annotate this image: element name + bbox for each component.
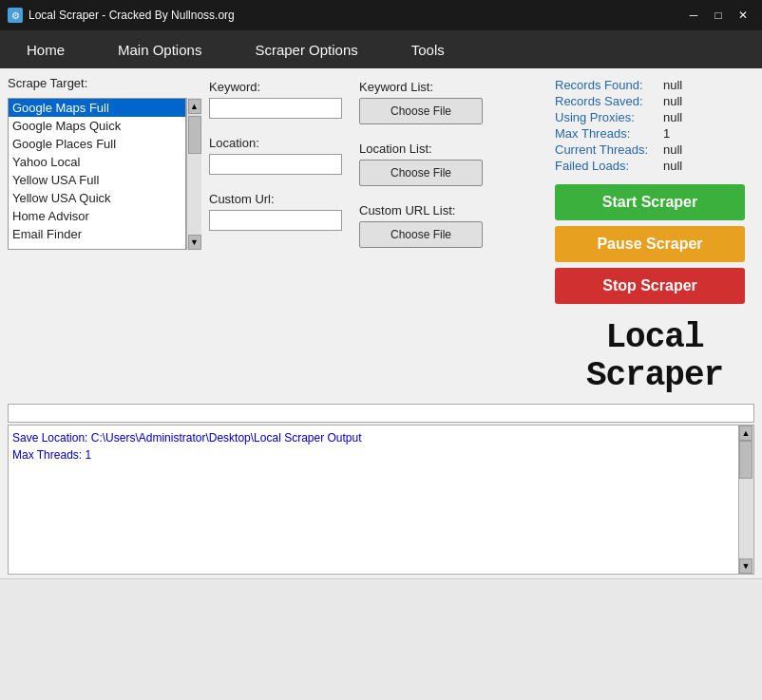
list-item-yellow-usa-quick[interactable]: Yellow USA Quick <box>9 189 185 207</box>
location-label: Location: <box>209 136 342 150</box>
start-scraper-button[interactable]: Start Scraper <box>555 184 745 220</box>
scrollbar-thumb[interactable] <box>188 116 201 154</box>
current-threads-value: null <box>663 142 682 157</box>
log-scrollbar[interactable]: ▲ ▼ <box>738 426 753 574</box>
using-proxies-value: null <box>663 110 682 124</box>
app-logo: Local Scraper <box>555 319 754 394</box>
controls-panel: Start Scraper Pause Scraper Stop Scraper <box>555 180 754 304</box>
failed-loads-value: null <box>663 159 682 173</box>
failed-loads-row: Failed Loads: null <box>555 159 726 173</box>
window-controls: ─ □ ✕ <box>682 6 754 25</box>
location-input[interactable] <box>209 154 342 175</box>
stop-scraper-button[interactable]: Stop Scraper <box>555 268 745 304</box>
pause-scraper-button[interactable]: Pause Scraper <box>555 226 745 262</box>
scrape-target-listbox[interactable]: Google Maps Full Google Maps Quick Googl… <box>8 98 186 250</box>
max-threads-row: Max Threads: 1 <box>555 126 726 141</box>
menu-tools[interactable]: Tools <box>385 30 471 68</box>
records-saved-value: null <box>663 94 682 108</box>
custom-url-list-choose-file-button[interactable]: Choose File <box>359 221 483 248</box>
list-item-yellow-usa-full[interactable]: Yellow USA Full <box>9 171 185 189</box>
current-threads-row: Current Threads: null <box>555 142 726 157</box>
location-list-label: Location List: <box>359 142 483 156</box>
list-item-yahoo-local[interactable]: Yahoo Local <box>9 153 185 171</box>
list-item-email-finder[interactable]: Email Finder <box>9 225 185 243</box>
max-threads-label: Max Threads: <box>555 126 659 141</box>
log-line-2: Max Threads: 1 <box>12 446 734 464</box>
log-area: Save Location: C:\Users\Administrator\De… <box>8 425 754 575</box>
log-line-1: Save Location: C:\Users\Administrator\De… <box>12 429 734 446</box>
top-area: Scrape Target: Google Maps Full Google M… <box>0 68 762 402</box>
window-title: Local Scraper - Cracked By Nullnoss.org <box>29 9 235 22</box>
bottom-panel <box>0 578 762 700</box>
menu-main-options[interactable]: Main Options <box>91 30 228 68</box>
file-buttons-column: Keyword List: Choose File Location List:… <box>359 76 483 394</box>
custom-url-group: Custom Url: <box>209 192 342 231</box>
list-item-google-maps-quick[interactable]: Google Maps Quick <box>9 117 185 135</box>
scrape-target-column: Scrape Target: Google Maps Full Google M… <box>8 76 201 394</box>
menu-home[interactable]: Home <box>0 30 91 68</box>
progress-bar <box>8 404 754 423</box>
keyword-input[interactable] <box>209 98 342 119</box>
close-button[interactable]: ✕ <box>732 6 754 25</box>
keyword-list-choose-file-button[interactable]: Choose File <box>359 98 483 124</box>
custom-url-list-label: Custom URL List: <box>359 203 483 218</box>
stats-and-controls: Records Found: null Records Saved: null … <box>555 76 754 394</box>
input-fields-column: Keyword: Location: Custom Url: <box>209 76 342 394</box>
minimize-button[interactable]: ─ <box>682 6 705 25</box>
using-proxies-row: Using Proxies: null <box>555 110 726 124</box>
custom-url-list-group: Custom URL List: Choose File <box>359 203 483 248</box>
keyword-list-group: Keyword List: Choose File <box>359 80 483 124</box>
keyword-group: Keyword: <box>209 80 342 119</box>
location-list-choose-file-button[interactable]: Choose File <box>359 160 483 186</box>
keyword-list-label: Keyword List: <box>359 80 483 94</box>
log-content: Save Location: C:\Users\Administrator\De… <box>9 426 738 574</box>
records-found-value: null <box>663 78 682 92</box>
records-found-label: Records Found: <box>555 78 659 92</box>
app-icon: ⚙ <box>8 8 23 23</box>
maximize-button[interactable]: □ <box>707 6 730 25</box>
location-group: Location: <box>209 136 342 175</box>
list-item-google-places-full[interactable]: Google Places Full <box>9 135 185 153</box>
records-found-row: Records Found: null <box>555 78 726 92</box>
list-item-home-advisor[interactable]: Home Advisor <box>9 207 185 225</box>
max-threads-value: 1 <box>663 126 670 141</box>
failed-loads-label: Failed Loads: <box>555 159 659 173</box>
records-saved-row: Records Saved: null <box>555 94 726 108</box>
current-threads-label: Current Threads: <box>555 142 659 157</box>
stats-panel: Records Found: null Records Saved: null … <box>555 76 726 173</box>
listbox-scrollbar[interactable]: ▲ ▼ <box>186 98 201 250</box>
using-proxies-label: Using Proxies: <box>555 110 659 124</box>
custom-url-label: Custom Url: <box>209 192 342 206</box>
menu-scraper-options[interactable]: Scraper Options <box>228 30 384 68</box>
menu-bar: Home Main Options Scraper Options Tools <box>0 30 762 68</box>
title-bar: ⚙ Local Scraper - Cracked By Nullnoss.or… <box>0 0 762 30</box>
records-saved-label: Records Saved: <box>555 94 659 108</box>
keyword-label: Keyword: <box>209 80 342 94</box>
location-list-group: Location List: Choose File <box>359 142 483 186</box>
custom-url-input[interactable] <box>209 210 342 231</box>
scrape-target-label: Scrape Target: <box>8 76 201 90</box>
list-item-google-maps-full[interactable]: Google Maps Full <box>9 99 185 117</box>
